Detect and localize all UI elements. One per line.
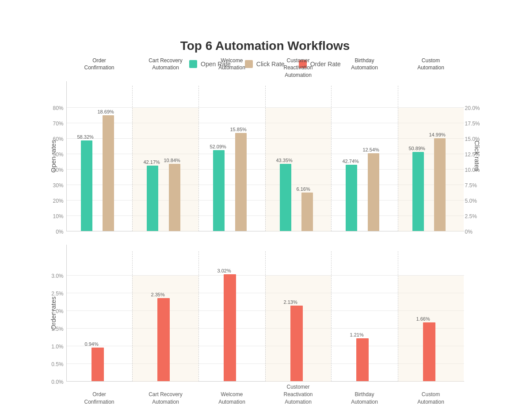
column-header: BirthdayAutomation: [331, 57, 397, 72]
y-tick-order: 2.5%: [46, 291, 64, 297]
order-rate-bar: [290, 306, 303, 381]
order-rate-bar-label: 2.13%: [284, 299, 297, 305]
order-rate-bar: [92, 348, 104, 381]
x-axis-label: WelcomeAutomation: [198, 391, 265, 406]
x-axis-label: BirthdayAutomation: [331, 391, 397, 406]
left-axis-bottom: [66, 245, 67, 382]
bottom-plot: 0.0%0.5%1.0%1.5%2.0%2.5%3.0%OrderConfirm…: [66, 245, 464, 382]
y-tick-left: 30%: [46, 182, 64, 189]
x-axis-label: OrderConfirmation: [66, 391, 133, 406]
y-tick-order: 1.5%: [46, 326, 64, 332]
y-tick-order: 0.5%: [46, 361, 64, 367]
click-rate-bar: [434, 138, 446, 231]
group-divider: [331, 86, 332, 231]
bottom-right-spacer: [464, 245, 491, 382]
top-chart-section: Open rates 0%10%20%30%40%50%60%70%80%0%2…: [40, 81, 491, 231]
click-rate-bar-label: 6.16%: [297, 186, 310, 192]
group-divider: [132, 86, 133, 231]
group-divider-bottom: [398, 251, 398, 382]
x-axis-label: CustomerReactivationAutomation: [265, 383, 332, 405]
column-header: CustomAutomation: [398, 57, 464, 72]
y-tick-left: 20%: [46, 198, 64, 204]
order-rate-bar: [157, 298, 170, 381]
order-rate-bar: [423, 322, 435, 381]
click-rate-bar: [301, 193, 313, 231]
y-tick-order: 0.0%: [46, 379, 64, 385]
top-plot: 0%10%20%30%40%50%60%70%80%0%2.5%5.0%7.5%…: [66, 81, 464, 231]
click-rate-bar-label: 10.84%: [164, 158, 180, 163]
click-rate-bar: [103, 115, 114, 231]
group-divider-bottom: [132, 251, 133, 382]
click-rate-bar-label: 18.69%: [98, 109, 114, 114]
y-tick-order: 1.0%: [46, 344, 64, 350]
order-rate-bar-label: 3.02%: [217, 268, 231, 273]
click-rate-bar: [368, 153, 379, 231]
y-tick-left: 80%: [46, 105, 64, 111]
open-rate-bar: [147, 166, 158, 231]
column-header: CustomerReactivationAutomation: [265, 57, 332, 79]
group-shade: [265, 108, 332, 231]
order-rate-bar: [356, 338, 369, 381]
open-rate-bar: [412, 152, 424, 231]
group-divider-bottom: [198, 251, 199, 382]
open-rate-bar: [213, 150, 225, 231]
group-shade: [132, 108, 198, 231]
open-rate-bar-label: 58.32%: [77, 134, 94, 140]
open-rate-bar: [81, 140, 92, 231]
column-header: Cart RecoveryAutomation: [132, 57, 198, 72]
x-axis-label: Cart RecoveryAutomation: [132, 391, 198, 406]
click-rate-bar: [169, 164, 180, 231]
open-rate-bar-label: 52.09%: [210, 144, 226, 149]
bottom-chart-body: 0.0%0.5%1.0%1.5%2.0%2.5%3.0%OrderConfirm…: [66, 245, 464, 382]
order-rate-bar: [224, 274, 236, 381]
open-rate-bar-label: 42.17%: [143, 159, 160, 165]
click-rate-bar-label: 12.54%: [362, 147, 379, 152]
open-rate-bar-label: 42.74%: [342, 159, 358, 164]
group-divider: [265, 86, 266, 231]
group-divider-bottom: [265, 251, 266, 382]
click-rate-bar-label: 15.85%: [230, 127, 246, 132]
y-tick-left: 10%: [46, 213, 64, 219]
open-rate-bar-label: 43.35%: [276, 158, 293, 163]
chart-title: Top 6 Automation Workflows: [40, 39, 491, 53]
y-tick-left: 50%: [46, 151, 64, 158]
top-chart-body: 0%10%20%30%40%50%60%70%80%0%2.5%5.0%7.5%…: [66, 81, 464, 231]
y-tick-left: 60%: [46, 136, 64, 142]
open-rate-bar: [280, 164, 291, 231]
y-tick-order: 2.0%: [46, 308, 64, 314]
y-tick-order: 3.0%: [46, 273, 64, 279]
open-rate-bar: [346, 165, 357, 231]
column-header: WelcomeAutomation: [198, 57, 265, 72]
y-tick-left: 70%: [46, 121, 64, 127]
group-divider: [198, 86, 199, 231]
y-tick-left: 40%: [46, 167, 64, 173]
group-divider: [398, 86, 398, 231]
click-rate-bar-label: 14.99%: [429, 132, 446, 137]
group-shade: [398, 108, 464, 231]
group-divider-bottom: [331, 251, 332, 382]
column-header: OrderConfirmation: [66, 57, 133, 72]
order-rate-bar-label: 1.21%: [350, 332, 363, 337]
order-rate-bar-label: 1.66%: [416, 316, 430, 322]
click-rate-bar: [235, 133, 247, 231]
y-tick-left: 0%: [46, 229, 64, 235]
x-axis-label: CustomAutomation: [398, 391, 464, 406]
order-rate-bar-label: 2.35%: [151, 292, 164, 297]
bottom-chart-section: Order rates 0.0%0.5%1.0%1.5%2.0%2.5%3.0%…: [40, 245, 491, 382]
top-y-axis-right-label: Click rates: [464, 81, 491, 231]
left-axis: [66, 81, 67, 231]
chart-container: Top 6 Automation Workflows Open Rate Cli…: [22, 30, 508, 390]
open-rate-bar-label: 50.89%: [409, 146, 425, 151]
order-rate-bar-label: 0.94%: [85, 341, 99, 347]
